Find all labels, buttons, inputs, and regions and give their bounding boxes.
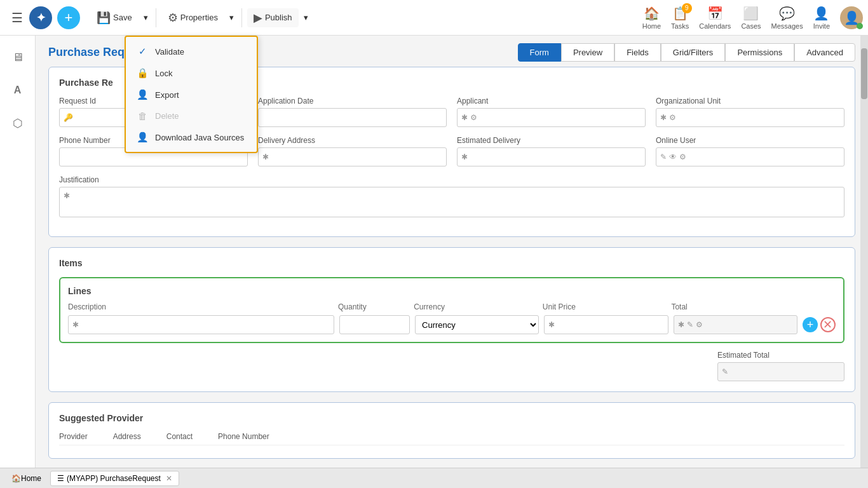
nav-home[interactable]: 🏠 Home xyxy=(642,6,661,30)
dropdown-validate[interactable]: ✓ Validate xyxy=(126,41,257,62)
publish-chevron-icon: ▾ xyxy=(304,13,308,22)
description-input-wrap[interactable]: ✱ xyxy=(68,315,334,334)
tasks-label: Tasks xyxy=(671,22,689,30)
tab-grid-filters[interactable]: Grid/Filters xyxy=(661,43,726,62)
total-asterisk-icon: ✱ xyxy=(678,320,684,329)
properties-icon: ⚙ xyxy=(168,11,178,25)
dropdown-export[interactable]: 👤 Export xyxy=(126,84,257,105)
properties-button[interactable]: ⚙ Properties xyxy=(161,8,224,27)
applicant-input-wrap[interactable]: ✱ ⚙ xyxy=(457,108,646,127)
save-dropdown-button[interactable]: ▾ xyxy=(141,10,151,25)
field-applicant: Applicant ✱ ⚙ xyxy=(457,97,646,127)
suggested-col-provider: Provider xyxy=(59,432,88,441)
publish-icon: ▶ xyxy=(254,11,262,25)
tab-fields[interactable]: Fields xyxy=(614,43,661,62)
online-user-input-wrap[interactable]: ✎ 👁 ⚙ xyxy=(656,147,844,166)
hamburger-icon[interactable]: ☰ xyxy=(5,10,29,25)
bottom-home-tab[interactable]: 🏠 Home xyxy=(5,471,48,486)
bottom-app-tab[interactable]: ☰ (MYAPP) PurchaseRequest ✕ xyxy=(50,471,179,486)
total-input-wrap: ✱ ✎ ⚙ xyxy=(674,315,797,334)
nav-tasks[interactable]: 📋 9 Tasks xyxy=(671,6,689,30)
org-unit-input-wrap[interactable]: ✱ ⚙ xyxy=(656,108,844,127)
bottom-home-label: Home xyxy=(21,474,41,483)
suggested-provider-section: Suggested Provider Provider Address Cont… xyxy=(48,402,855,459)
save-icon: 💾 xyxy=(97,11,111,25)
unit-asterisk-icon: ✱ xyxy=(548,320,555,329)
lines-row: ✱ Currency USD EUR GBP xyxy=(68,315,836,334)
delivery-asterisk-icon: ✱ xyxy=(262,152,269,161)
field-application-date: Application Date xyxy=(258,97,447,127)
nav-right: 🏠 Home 📋 9 Tasks 📅 Calendars ⬜ Cases 💬 M… xyxy=(642,6,863,30)
scrollbar[interactable] xyxy=(860,36,868,468)
request-id-key-icon: 🔑 xyxy=(64,113,73,122)
justification-asterisk-icon: ✱ xyxy=(64,191,70,200)
avatar-wrap[interactable]: 👤 xyxy=(840,6,863,29)
col-description: Description xyxy=(68,302,333,311)
sidebar-monitor-icon[interactable]: 🖥 xyxy=(6,46,29,69)
col-unit-price: Unit Price xyxy=(543,302,667,311)
publish-button[interactable]: ▶ Publish xyxy=(247,8,299,27)
online-user-gear-icon: ⚙ xyxy=(679,152,686,161)
tab-preview[interactable]: Preview xyxy=(561,43,614,62)
applicant-asterisk-icon: ✱ xyxy=(461,113,468,122)
justification-input-wrap[interactable]: ✱ xyxy=(59,187,844,217)
remove-line-button[interactable]: ✕ xyxy=(820,317,836,332)
nav-invite[interactable]: 👤 Invite xyxy=(813,6,830,30)
delivery-address-input-wrap[interactable]: ✱ xyxy=(258,147,447,166)
invite-icon: 👤 xyxy=(813,6,829,21)
total-field: ✱ ✎ ⚙ xyxy=(674,315,797,334)
dropdown-lock[interactable]: 🔒 Lock xyxy=(126,62,257,84)
org-unit-tool-icon: ⚙ xyxy=(669,113,676,122)
nav-cases[interactable]: ⬜ Cases xyxy=(741,6,761,30)
form-row-3: Justification ✱ xyxy=(59,175,844,217)
tab-advanced[interactable]: Advanced xyxy=(794,43,855,62)
properties-dropdown-button[interactable]: ▾ xyxy=(227,10,236,25)
quantity-input[interactable] xyxy=(339,315,410,334)
toolbar: 💾 Save ▾ ⚙ Properties ▾ ▶ Publish ▾ xyxy=(90,8,311,27)
messages-label: Messages xyxy=(771,22,803,30)
nav-messages[interactable]: 💬 Messages xyxy=(771,6,803,30)
add-button[interactable]: + xyxy=(57,6,80,29)
scroll-thumb[interactable] xyxy=(861,48,867,99)
save-button[interactable]: 💾 Save xyxy=(90,8,139,27)
org-unit-asterisk-icon: ✱ xyxy=(660,113,667,122)
invite-label: Invite xyxy=(813,22,830,30)
add-line-button[interactable]: + xyxy=(803,317,818,332)
cases-icon: ⬜ xyxy=(743,6,759,21)
top-navigation: ☰ ✦ + 💾 Save ▾ ⚙ Properties ▾ ▶ Publish … xyxy=(0,0,868,36)
field-justification: Justification ✱ xyxy=(59,175,844,217)
sidebar-text-icon[interactable]: A xyxy=(6,79,29,102)
page-title: Purchase Req xyxy=(48,46,125,59)
lines-box: Lines Description Quantity Currency Unit… xyxy=(59,277,844,343)
sidebar-box-icon[interactable]: ⬡ xyxy=(6,112,29,135)
tab-form[interactable]: Form xyxy=(518,43,561,62)
unit-price-input-wrap[interactable]: ✱ xyxy=(544,315,668,334)
publish-dropdown-button[interactable]: ▾ xyxy=(301,10,311,25)
lines-title: Lines xyxy=(68,286,836,296)
application-date-input-wrap[interactable] xyxy=(258,108,447,127)
toolbar-divider-2 xyxy=(241,8,242,27)
items-section: Items Lines Description Quantity Currenc… xyxy=(48,247,855,392)
estimated-delivery-input-wrap[interactable]: ✱ xyxy=(457,147,646,166)
lock-label: Lock xyxy=(155,69,172,78)
org-unit-label: Organizational Unit xyxy=(656,97,844,105)
field-online-user: Online User ✎ 👁 ⚙ xyxy=(656,136,844,166)
bottom-tab-close-icon[interactable]: ✕ xyxy=(166,474,172,483)
currency-select[interactable]: Currency USD EUR GBP xyxy=(415,315,539,334)
left-sidebar: 🖥 A ⬡ xyxy=(0,36,36,468)
cases-label: Cases xyxy=(741,22,761,30)
suggested-header-row: Provider Address Contact Phone Number xyxy=(59,432,844,445)
bottom-tab-label: (MYAPP) PurchaseRequest xyxy=(67,474,161,483)
currency-field: Currency USD EUR GBP xyxy=(415,315,539,334)
bottom-home-icon: 🏠 xyxy=(11,474,21,483)
publish-dropdown-menu: ✓ Validate 🔒 Lock 👤 Export 🗑 Delete 👤 Do… xyxy=(125,36,258,153)
bottom-tab-doc-icon: ☰ xyxy=(57,474,64,483)
field-estimated-delivery: Estimated Delivery ✱ xyxy=(457,136,646,166)
dropdown-download-java[interactable]: 👤 Download Java Sources xyxy=(126,126,257,148)
estimated-total-input-wrap: ✎ xyxy=(717,362,844,381)
tab-permissions[interactable]: Permissions xyxy=(725,43,794,62)
online-user-label: Online User xyxy=(656,136,844,145)
nav-calendars[interactable]: 📅 Calendars xyxy=(699,6,731,30)
justification-label: Justification xyxy=(59,175,844,184)
export-label: Export xyxy=(155,90,179,100)
